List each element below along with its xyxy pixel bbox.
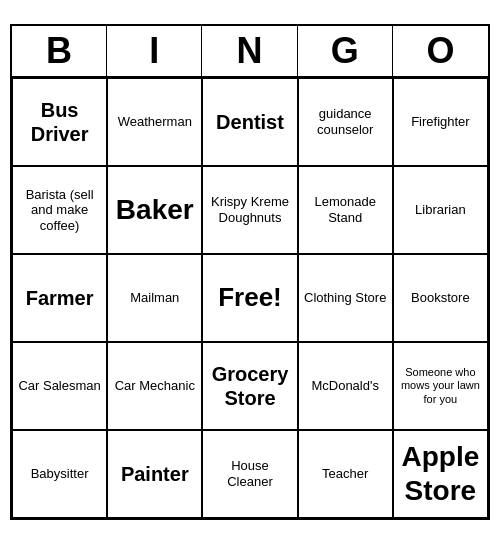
bingo-cell: Mailman — [107, 254, 202, 342]
bingo-cell: Bookstore — [393, 254, 488, 342]
bingo-cell: guidance counselor — [298, 78, 393, 166]
bingo-cell: Free! — [202, 254, 297, 342]
header-letter: G — [298, 26, 393, 76]
bingo-cell: Dentist — [202, 78, 297, 166]
bingo-cell: Baker — [107, 166, 202, 254]
bingo-cell: McDonald's — [298, 342, 393, 430]
bingo-cell: Barista (sell and make coffee) — [12, 166, 107, 254]
bingo-cell: Firefighter — [393, 78, 488, 166]
bingo-cell: Clothing Store — [298, 254, 393, 342]
bingo-cell: Babysitter — [12, 430, 107, 518]
header-letter: I — [107, 26, 202, 76]
bingo-card: BINGO Bus DriverWeathermanDentistguidanc… — [10, 24, 490, 520]
bingo-cell: Apple Store — [393, 430, 488, 518]
bingo-cell: House Cleaner — [202, 430, 297, 518]
bingo-cell: Car Mechanic — [107, 342, 202, 430]
bingo-cell: Teacher — [298, 430, 393, 518]
bingo-grid: Bus DriverWeathermanDentistguidance coun… — [12, 78, 488, 518]
bingo-cell: Car Salesman — [12, 342, 107, 430]
header-letter: N — [202, 26, 297, 76]
bingo-cell: Someone who mows your lawn for you — [393, 342, 488, 430]
bingo-cell: Krispy Kreme Doughnuts — [202, 166, 297, 254]
bingo-cell: Bus Driver — [12, 78, 107, 166]
bingo-cell: Lemonade Stand — [298, 166, 393, 254]
bingo-cell: Grocery Store — [202, 342, 297, 430]
header-letter: B — [12, 26, 107, 76]
bingo-cell: Librarian — [393, 166, 488, 254]
bingo-cell: Farmer — [12, 254, 107, 342]
header-letter: O — [393, 26, 488, 76]
bingo-cell: Weatherman — [107, 78, 202, 166]
bingo-cell: Painter — [107, 430, 202, 518]
bingo-header: BINGO — [12, 26, 488, 78]
